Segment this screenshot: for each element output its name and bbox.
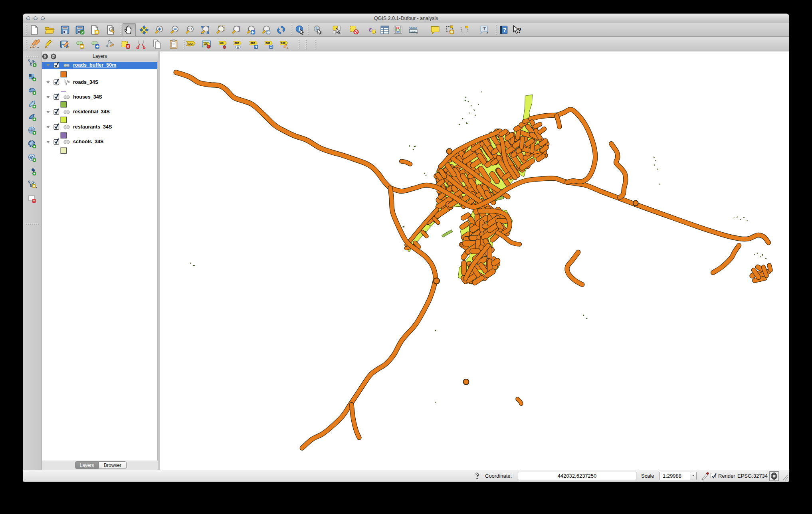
- svg-text:WMS: WMS: [29, 129, 35, 132]
- svg-text:1:1: 1:1: [188, 28, 192, 31]
- svg-text:?: ?: [518, 27, 521, 35]
- svg-text:abc: abc: [251, 42, 255, 44]
- svg-text:abc: abc: [266, 42, 271, 44]
- svg-text:abc: abc: [281, 42, 286, 44]
- svg-text:abc: abc: [235, 42, 240, 44]
- svg-text:abc: abc: [188, 42, 193, 46]
- svg-text:ε: ε: [369, 26, 372, 33]
- svg-text:?: ?: [503, 27, 507, 33]
- svg-text:T: T: [483, 26, 486, 32]
- svg-text:ab: ab: [204, 43, 208, 45]
- svg-text:ab: ab: [220, 42, 224, 44]
